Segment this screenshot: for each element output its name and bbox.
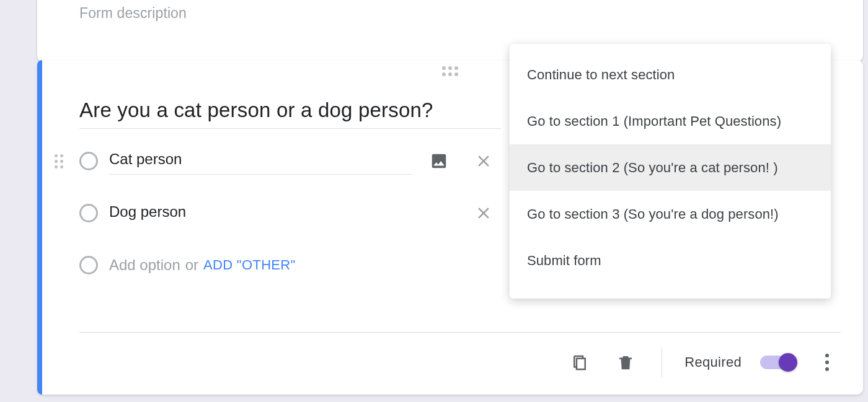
copy-icon bbox=[570, 353, 589, 372]
required-toggle[interactable] bbox=[760, 356, 795, 369]
remove-option-button[interactable] bbox=[470, 199, 497, 227]
option-label-input[interactable]: Dog person bbox=[109, 201, 413, 225]
menu-item[interactable]: Continue to next section bbox=[510, 51, 831, 98]
close-icon bbox=[474, 204, 493, 222]
close-icon bbox=[474, 152, 493, 170]
image-icon bbox=[430, 152, 448, 170]
card-drag-handle[interactable] bbox=[442, 66, 458, 76]
divider bbox=[662, 347, 662, 377]
more-options-button[interactable] bbox=[813, 349, 841, 376]
form-description-placeholder[interactable]: Form description bbox=[79, 5, 187, 22]
question-footer: Required bbox=[79, 332, 841, 377]
radio-icon bbox=[79, 256, 98, 274]
add-option-placeholder[interactable]: Add option bbox=[109, 256, 180, 274]
toggle-thumb bbox=[779, 353, 797, 372]
drag-handle-icon bbox=[442, 66, 458, 76]
menu-item[interactable]: Go to section 3 (So you're a dog person!… bbox=[510, 191, 831, 237]
option-label-input[interactable]: Cat person bbox=[109, 148, 413, 173]
radio-icon bbox=[79, 204, 98, 222]
option-drag-handle[interactable] bbox=[51, 154, 66, 168]
drag-handle-icon bbox=[55, 154, 63, 168]
menu-item[interactable]: Go to section 2 (So you're a cat person!… bbox=[510, 144, 831, 191]
section-branch-dropdown[interactable]: Continue to next section Go to section 1… bbox=[510, 44, 831, 299]
menu-item[interactable]: Submit form bbox=[510, 237, 831, 284]
add-other-button[interactable]: ADD "OTHER" bbox=[203, 257, 295, 273]
question-title-input[interactable]: Are you a cat person or a dog person? bbox=[79, 98, 501, 129]
duplicate-button[interactable] bbox=[566, 349, 593, 376]
selection-accent-bar bbox=[37, 60, 42, 395]
trash-icon bbox=[616, 353, 635, 372]
radio-icon bbox=[79, 152, 98, 170]
delete-button[interactable] bbox=[612, 349, 639, 376]
required-label: Required bbox=[684, 354, 742, 370]
add-image-button[interactable] bbox=[425, 147, 453, 175]
menu-item[interactable]: Go to section 1 (Important Pet Questions… bbox=[510, 98, 831, 144]
or-label: or bbox=[185, 256, 198, 274]
kebab-icon bbox=[825, 354, 829, 371]
input-underline bbox=[109, 174, 413, 175]
remove-option-button[interactable] bbox=[470, 147, 497, 175]
